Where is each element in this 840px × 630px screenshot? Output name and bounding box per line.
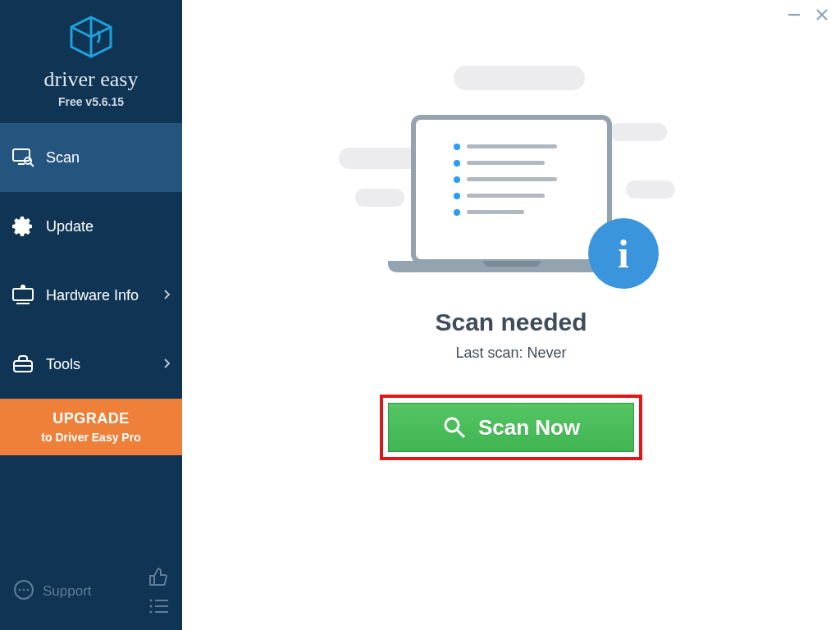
upgrade-title: UPGRADE: [8, 410, 174, 427]
sidebar: driver easy Free v5.6.15 Scan Update: [0, 0, 182, 630]
sidebar-item-hardware-info[interactable]: i Hardware Info: [0, 261, 182, 330]
chat-icon: [13, 579, 34, 604]
brand-version: Free v5.6.15: [0, 95, 182, 108]
chevron-right-icon: [162, 358, 171, 372]
sidebar-item-label: Scan: [46, 149, 80, 167]
svg-rect-18: [150, 576, 154, 585]
svg-rect-4: [13, 149, 30, 161]
scan-now-highlight: Scan Now: [380, 395, 642, 460]
monitor-search-icon: [11, 146, 34, 169]
list-icon: [148, 598, 168, 614]
svg-point-17: [27, 589, 30, 591]
menu-button[interactable]: [148, 596, 169, 617]
scan-headline: Scan needed: [435, 308, 587, 336]
sidebar-item-update[interactable]: Update: [0, 192, 182, 261]
svg-line-7: [30, 163, 34, 167]
info-badge-icon: i: [588, 218, 659, 289]
svg-point-23: [150, 611, 153, 614]
illustration: i: [339, 66, 683, 279]
upgrade-button[interactable]: UPGRADE to Driver Easy Pro: [0, 399, 182, 455]
svg-point-15: [19, 589, 21, 591]
scan-now-label: Scan Now: [478, 415, 580, 441]
support-button[interactable]: Support: [13, 579, 92, 604]
chevron-right-icon: [162, 289, 171, 303]
sidebar-item-label: Tools: [46, 356, 80, 373]
brand-name: driver easy: [0, 67, 182, 92]
sidebar-item-scan[interactable]: Scan: [0, 123, 182, 192]
nav: Scan Update i Hardware Info: [0, 123, 182, 455]
sidebar-item-label: Hardware Info: [46, 287, 139, 304]
thumbs-up-icon: [148, 567, 168, 587]
toolbox-icon: [11, 353, 34, 376]
search-icon: [442, 415, 467, 440]
window-controls: [786, 7, 830, 23]
sidebar-item-tools[interactable]: Tools: [0, 330, 182, 399]
gear-icon: [11, 215, 34, 238]
minimize-button[interactable]: [786, 7, 802, 23]
brand-block: driver easy Free v5.6.15: [0, 0, 182, 116]
support-label: Support: [43, 583, 92, 600]
logo-icon: [0, 15, 182, 62]
sidebar-item-label: Update: [46, 218, 94, 235]
svg-point-21: [150, 605, 153, 608]
svg-line-26: [457, 430, 464, 437]
main-panel: i Scan needed Last scan: Never Scan Now: [182, 0, 840, 630]
svg-point-16: [23, 589, 25, 591]
svg-rect-8: [13, 289, 33, 300]
footer-right: [148, 566, 169, 617]
svg-point-19: [150, 600, 153, 602]
laptop-icon: [411, 115, 612, 264]
feedback-button[interactable]: [148, 566, 169, 587]
sidebar-footer: Support: [0, 555, 182, 630]
svg-point-25: [445, 418, 459, 431]
hardware-info-icon: i: [11, 284, 34, 307]
last-scan-text: Last scan: Never: [455, 345, 566, 362]
close-button[interactable]: [814, 7, 830, 23]
scan-now-button[interactable]: Scan Now: [388, 403, 634, 452]
upgrade-sub: to Driver Easy Pro: [8, 431, 174, 444]
